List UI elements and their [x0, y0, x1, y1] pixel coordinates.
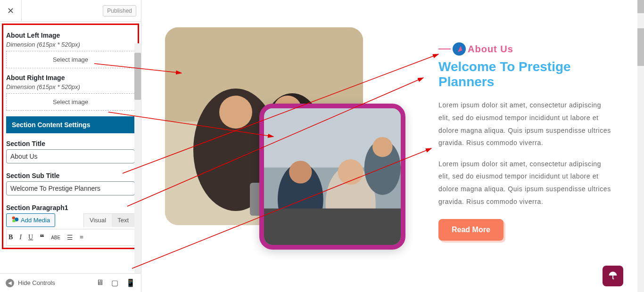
svg-point-0 [12, 217, 15, 219]
eyebrow-dash [438, 49, 451, 49]
desktop-icon[interactable]: 🖥 [96, 278, 104, 287]
add-media-button[interactable]: Add Media [6, 213, 55, 227]
strike-icon[interactable]: ABE [51, 235, 60, 240]
about-section: About Us Welcome To Prestige Planners Lo… [165, 19, 614, 254]
svg-point-13 [289, 161, 312, 183]
editor-toolbar: B I U ❝ ABE ☰ ≡ [6, 229, 135, 246]
about-left-image-label: About Left Image [6, 32, 135, 39]
device-preview-icons: 🖥 ▢ 📱 [96, 278, 135, 287]
mobile-icon[interactable]: 📱 [126, 278, 135, 287]
image-stack [165, 19, 410, 254]
eyebrow-text: About Us [468, 44, 513, 55]
svg-rect-2 [12, 220, 15, 222]
svg-point-15 [338, 159, 363, 185]
select-left-image-button[interactable]: Select image [6, 51, 135, 68]
tab-text[interactable]: Text [112, 214, 134, 227]
section-subtitle-input[interactable] [6, 181, 135, 195]
svg-point-7 [219, 96, 252, 129]
about-subtitle: Welcome To Prestige Planners [438, 59, 614, 89]
svg-point-17 [372, 137, 393, 157]
about-paragraph-1: Lorem ipsum dolor sit amet, consectetur … [438, 99, 614, 149]
add-media-label: Add Media [21, 217, 50, 224]
section-paragraph1-label: Section Paragraph1 [6, 204, 135, 211]
scrollbar-thumb[interactable] [134, 53, 141, 100]
svg-rect-18 [264, 209, 401, 245]
umbrella-icon [608, 271, 618, 281]
italic-icon[interactable]: I [19, 234, 22, 241]
section-title-input[interactable] [6, 149, 135, 163]
sidebar-scrollbar[interactable] [134, 43, 141, 273]
select-right-image-button[interactable]: Select image [6, 93, 135, 111]
about-right-dimension: Dimension (615px * 520px) [6, 83, 135, 90]
sidebar-footer: ◀ Hide Controls 🖥 ▢ 📱 [0, 273, 141, 292]
customizer-sidebar: ✕ Published About Left Image Dimension (… [0, 0, 141, 292]
preview-pane: About Us Welcome To Prestige Planners Lo… [141, 0, 637, 292]
about-left-dimension: Dimension (615px * 520px) [6, 41, 135, 48]
editor-tabs: Visual Text [83, 213, 135, 227]
about-content: About Us Welcome To Prestige Planners Lo… [438, 19, 614, 254]
annotation-box: About Left Image Dimension (615px * 520p… [2, 24, 139, 249]
hide-controls-label: Hide Controls [18, 279, 55, 286]
section-title-label: Section Title [6, 140, 135, 147]
read-more-button[interactable]: Read More [438, 219, 504, 241]
scroll-to-top-button[interactable] [603, 266, 623, 286]
published-button[interactable]: Published [103, 5, 136, 16]
tab-visual[interactable]: Visual [84, 214, 112, 227]
main-scrollbar[interactable] [637, 0, 644, 292]
numbered-list-icon[interactable]: ≡ [80, 234, 83, 241]
hide-controls-button[interactable]: ◀ Hide Controls [6, 279, 55, 287]
sidebar-content: About Left Image Dimension (615px * 520p… [0, 22, 141, 273]
about-right-image [259, 104, 405, 250]
collapse-icon: ◀ [6, 279, 14, 287]
about-paragraph-2: Lorem ipsum dolor sit amet, consectetur … [438, 158, 614, 208]
main-scrollbar-thumb-top[interactable] [637, 0, 644, 13]
eyebrow-row: About Us [438, 42, 614, 56]
section-subtitle-label: Section Sub Title [6, 172, 135, 179]
sidebar-header: ✕ Published [0, 0, 141, 22]
close-button[interactable]: ✕ [0, 0, 22, 22]
section-content-settings-heading: Section Content Settings [6, 116, 135, 133]
tablet-icon[interactable]: ▢ [111, 278, 118, 287]
bold-icon[interactable]: B [8, 234, 13, 241]
bullet-list-icon[interactable]: ☰ [67, 234, 73, 242]
underline-icon[interactable]: U [28, 234, 33, 241]
about-right-image-label: About Right Image [6, 74, 135, 81]
main-scrollbar-thumb[interactable] [637, 28, 644, 66]
quote-icon[interactable]: ❝ [40, 232, 44, 243]
eyebrow-circle-icon [453, 42, 466, 56]
editor-top-row: Add Media Visual Text [6, 213, 135, 227]
media-icon [11, 216, 19, 225]
